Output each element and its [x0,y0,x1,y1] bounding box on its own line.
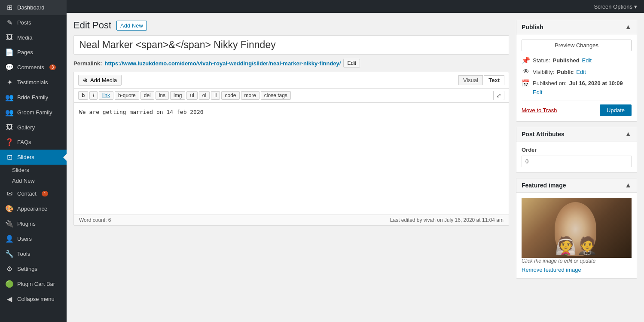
sidebar-item-settings[interactable]: ⚙ Settings [0,261,67,276]
status-edit-link[interactable]: Edit [582,57,592,64]
status-value: Published [552,57,579,64]
topbar: Screen Options ▾ [67,0,644,13]
fmt-img[interactable]: img [170,91,185,100]
update-button[interactable]: Update [600,104,632,116]
visibility-edit-link[interactable]: Edit [576,69,586,75]
tab-text[interactable]: Text [484,75,504,85]
bride-family-icon: 👥 [5,93,14,101]
featured-image-toggle[interactable]: ▲ [625,182,632,189]
sidebar-item-comments[interactable]: 💬 Comments 3 [0,60,67,75]
editor-footer: Word count: 6 Last edited by vivah on Ju… [74,215,509,225]
post-attributes-body: Order [516,141,637,172]
sidebar-item-groom-family[interactable]: 👥 Groom Family [0,105,67,120]
add-media-button[interactable]: ⊕ Add Media [78,75,122,86]
visual-text-tabs: Visual Text [458,75,504,85]
sidebar-item-plugins[interactable]: 🔌 Plugins [0,216,67,231]
sidebar: ⊞ Dashboard ✎ Posts 🖼 Media 📄 Pages 💬 Co… [0,0,67,322]
move-to-trash-button[interactable]: Move to Trash [522,107,557,113]
fmt-close-tags[interactable]: close tags [261,91,291,100]
visibility-row: 👁 Visibility: Public Edit [522,68,632,76]
status-pin-icon: 📌 [522,56,530,64]
plugin-cart-bar-icon: 🟢 [5,280,14,288]
remove-featured-image-link[interactable]: Remove featured image [522,267,581,273]
sidebar-item-posts[interactable]: ✎ Posts [0,15,67,30]
sidebar-item-media[interactable]: 🖼 Media [0,30,67,45]
page-title: Edit Post [73,20,111,31]
publish-actions: Move to Trash Update [522,101,632,116]
contact-badge: 1 [42,191,49,196]
appearance-icon: 🎨 [5,205,14,213]
fmt-link[interactable]: link [99,91,113,100]
featured-image-hint: Click the image to edit or update [522,258,632,264]
featured-image-preview[interactable] [522,198,632,258]
sidebar-item-tools[interactable]: 🔧 Tools [0,246,67,261]
word-count-area: Word count: 6 [79,217,111,223]
users-icon: 👤 [5,235,14,243]
active-arrow [63,154,67,161]
sidebar-sub-add-new[interactable]: Add New [0,175,67,186]
expand-editor-button[interactable]: ⤢ [493,91,504,100]
plugins-icon: 🔌 [5,220,14,228]
add-new-button[interactable]: Add New [116,21,147,31]
sidebar-item-testimonials[interactable]: ✦ Testimonials [0,75,67,90]
order-label: Order [522,147,632,153]
comments-badge: 3 [49,64,56,70]
main-content: Screen Options ▾ Edit Post Add New Perma… [67,0,644,322]
fmt-del[interactable]: del [140,91,154,100]
publish-panel-header: Publish ▲ [516,20,637,34]
sliders-icon: ⊡ [5,153,14,161]
fmt-li[interactable]: li [211,91,220,100]
posts-icon: ✎ [5,18,14,27]
groom-family-icon: 👥 [5,108,14,117]
collapse-icon: ◀ [5,295,14,303]
fmt-ins[interactable]: ins [156,91,169,100]
contact-icon: ✉ [5,190,14,198]
editor-content[interactable]: We are getting married on 14 feb 2020 [74,103,509,215]
fmt-bold[interactable]: b [78,91,88,100]
published-on-edit-link[interactable]: Edit [533,89,542,95]
right-column: Publish ▲ Preview Changes 📌 Status: Publ… [516,20,637,315]
post-attributes-panel: Post Attributes ▲ Order [516,127,637,173]
publish-panel-toggle[interactable]: ▲ [625,24,632,31]
screen-options-button[interactable]: Screen Options ▾ [594,3,637,10]
fmt-bquote[interactable]: b-quote [115,91,139,100]
dashboard-icon: ⊞ [5,3,14,12]
sidebar-item-users[interactable]: 👤 Users [0,231,67,246]
preview-changes-button[interactable]: Preview Changes [522,40,632,51]
fmt-italic[interactable]: i [89,91,98,100]
settings-icon: ⚙ [5,265,14,273]
add-media-icon: ⊕ [83,77,88,83]
sidebar-item-faqs[interactable]: ❓ FAQs [0,135,67,150]
fmt-ol[interactable]: ol [199,91,210,100]
sidebar-collapse-menu[interactable]: ◀ Collapse menu [0,291,67,307]
media-icon: 🖼 [5,34,14,41]
post-attributes-toggle[interactable]: ▲ [625,131,632,138]
permalink-edit-button[interactable]: Edit [343,59,360,67]
sidebar-sub-sliders[interactable]: Sliders [0,165,67,175]
tools-icon: 🔧 [5,250,14,258]
post-attributes-header: Post Attributes ▲ [516,127,637,141]
sidebar-item-dashboard[interactable]: ⊞ Dashboard [0,0,67,15]
sidebar-item-plugin-cart-bar[interactable]: 🟢 Plugin Cart Bar [0,276,67,291]
editor-column: Edit Post Add New Permalink: https://www… [73,20,509,315]
editor-toolbar-top: ⊕ Add Media Visual Text [74,72,509,89]
sidebar-item-sliders[interactable]: ⊡ Sliders [0,150,67,165]
visibility-value: Public [557,69,574,75]
permalink-url[interactable]: https://www.luzukdemo.com/demo/vivah-roy… [104,60,341,67]
publish-panel: Publish ▲ Preview Changes 📌 Status: Publ… [516,20,637,122]
tab-visual[interactable]: Visual [458,75,483,85]
fmt-ul[interactable]: ul [186,91,197,100]
sidebar-item-contact[interactable]: ✉ Contact 1 [0,186,67,201]
sidebar-item-pages[interactable]: 📄 Pages [0,45,67,60]
page-title-row: Edit Post Add New [73,20,509,31]
published-on-row: 📅 Published on: Jul 16, 2020 at 10:09 [522,79,632,87]
fmt-more[interactable]: more [241,91,259,100]
fmt-code[interactable]: code [221,91,239,100]
sidebar-item-appearance[interactable]: 🎨 Appearance [0,201,67,216]
sidebar-item-bride-family[interactable]: 👥 Bride Family [0,90,67,105]
post-title-input[interactable] [73,35,509,55]
order-input[interactable] [522,156,632,167]
formatting-toolbar: b i link b-quote del ins img ul ol li co… [74,89,509,103]
featured-image-body: Click the image to edit or update Remove… [516,193,637,278]
sidebar-item-gallery[interactable]: 🖼 Gallery [0,120,67,135]
